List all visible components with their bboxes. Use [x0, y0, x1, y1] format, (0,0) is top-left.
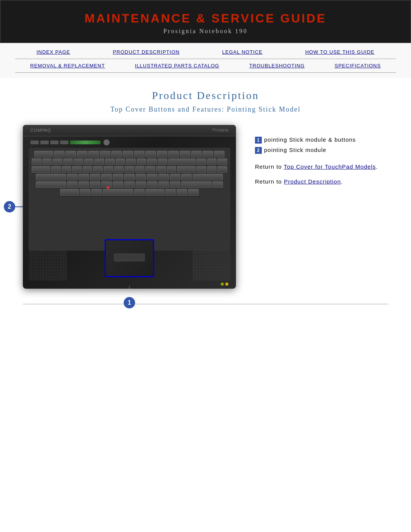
main-content: Product Description Top Cover Buttons an…	[0, 78, 411, 316]
laptop-container: 2 COMPAQ Prosignia	[23, 125, 236, 289]
key-l	[158, 174, 169, 181]
annotation-1-badge: 1	[255, 137, 262, 144]
key-quote	[181, 174, 192, 181]
key-a	[67, 174, 78, 181]
key-row-qwerty	[32, 166, 227, 173]
key-row-numbers	[32, 158, 227, 165]
key-comma	[147, 181, 158, 188]
speaker-right	[192, 251, 230, 281]
key-4	[73, 158, 83, 165]
key-pgup	[217, 158, 227, 165]
nav-divider-2	[15, 72, 396, 73]
key-f6	[111, 151, 122, 158]
key-q	[51, 166, 61, 173]
key-space	[103, 189, 133, 196]
key-row-fn	[32, 151, 227, 158]
nav-row-2: REMOVAL & REPLACEMENT ILLUSTRATED PARTS …	[15, 61, 396, 71]
key-equals	[158, 158, 167, 165]
key-backtick	[32, 158, 41, 165]
navigation: INDEX PAGE PRODUCT DESCRIPTION LEGAL NOT…	[0, 43, 411, 78]
nav-divider	[15, 59, 396, 59]
key-lbracket	[156, 166, 166, 173]
key-rctrl	[145, 189, 164, 196]
key-j	[135, 174, 146, 181]
nav-specs-link[interactable]: SPECIFICATIONS	[335, 63, 381, 69]
return-link-1-suffix: .	[376, 163, 378, 170]
key-pause	[214, 151, 225, 158]
quick-btn-3	[50, 141, 59, 144]
key-lctrl	[60, 189, 79, 196]
key-e	[72, 166, 82, 173]
key-tab	[32, 166, 50, 173]
return-link-1-paragraph: Return to Top Cover for TouchPad Models.	[255, 161, 388, 172]
key-left	[165, 189, 176, 196]
quick-btn-4	[60, 141, 68, 144]
key-g	[113, 174, 123, 181]
return-link-2-paragraph: Return to Product Description.	[255, 176, 388, 187]
nav-product-desc-link[interactable]: PRODUCT DESCRIPTION	[113, 49, 180, 55]
key-f12	[180, 151, 190, 158]
key-7	[105, 158, 115, 165]
nav-legal-link[interactable]: LEGAL NOTICE	[222, 49, 263, 55]
annotations-panel: 1 pointing Stick module & buttons 2 poin…	[255, 125, 388, 187]
key-ins	[196, 158, 206, 165]
key-m	[135, 181, 146, 188]
key-minus	[147, 158, 157, 165]
key-row-asdf	[32, 174, 227, 181]
nav-removal-link[interactable]: REMOVAL & REPLACEMENT	[30, 63, 105, 69]
key-end	[207, 166, 217, 173]
key-scrll	[202, 151, 213, 158]
key-y	[104, 166, 113, 173]
annotation-1-text: pointing Stick module & buttons	[264, 136, 356, 143]
nav-troubleshooting-link[interactable]: TROUBLESHOOTING	[249, 63, 305, 69]
nav-parts-link[interactable]: ILLUSTRATED PARTS CATALOG	[135, 63, 220, 69]
touchpad-button	[114, 254, 145, 261]
key-home	[207, 158, 217, 165]
key-9	[126, 158, 136, 165]
key-1	[42, 158, 52, 165]
return-link-1-prefix: Return to	[255, 163, 284, 170]
key-w	[62, 166, 72, 173]
nav-row-1: INDEX PAGE PRODUCT DESCRIPTION LEGAL NOT…	[15, 47, 396, 57]
key-f11	[168, 151, 179, 158]
key-f7	[123, 151, 133, 158]
key-3	[63, 158, 73, 165]
key-period	[158, 181, 169, 188]
key-d	[90, 174, 100, 181]
key-r	[83, 166, 92, 173]
key-row-zxcv	[32, 181, 227, 188]
nav-how-to-link[interactable]: HOW TO USE THIS GUIDE	[305, 49, 374, 55]
return-links: Return to Top Cover for TouchPad Models.…	[255, 161, 388, 187]
key-o	[135, 166, 145, 173]
nav-index-link[interactable]: INDEX PAGE	[37, 49, 70, 55]
key-0	[137, 158, 147, 165]
key-prtsc	[191, 151, 202, 158]
key-t	[93, 166, 103, 173]
key-lshift	[36, 181, 66, 188]
key-caps	[36, 174, 66, 181]
key-down	[177, 189, 187, 196]
key-enter	[193, 174, 223, 181]
key-f10	[157, 151, 167, 158]
key-f	[101, 174, 112, 181]
key-h	[124, 174, 135, 181]
annotation-2-badge: 2	[255, 147, 262, 154]
main-title: MAINTENANCE & SERVICE GUIDE	[8, 11, 403, 26]
product-description-link[interactable]: Product Description	[284, 178, 341, 185]
led-2	[225, 283, 228, 286]
annotation-badge-2: 2	[4, 201, 15, 212]
page-subtitle: Top Cover Buttons and Features: Pointing…	[23, 105, 388, 113]
key-z	[67, 181, 78, 188]
page-title: Product Description	[23, 89, 388, 102]
key-esc	[34, 151, 53, 158]
key-backslash	[177, 166, 196, 173]
key-right	[188, 189, 199, 196]
bottom-divider	[23, 304, 388, 304]
key-del	[196, 166, 206, 173]
key-backspace	[168, 158, 196, 165]
key-5	[84, 158, 94, 165]
top-cover-touchpad-link[interactable]: Top Cover for TouchPad Models	[284, 163, 376, 170]
quick-launch-buttons	[30, 139, 110, 145]
key-up	[212, 181, 223, 188]
annotation-2: 2 pointing Stick module	[255, 147, 388, 154]
